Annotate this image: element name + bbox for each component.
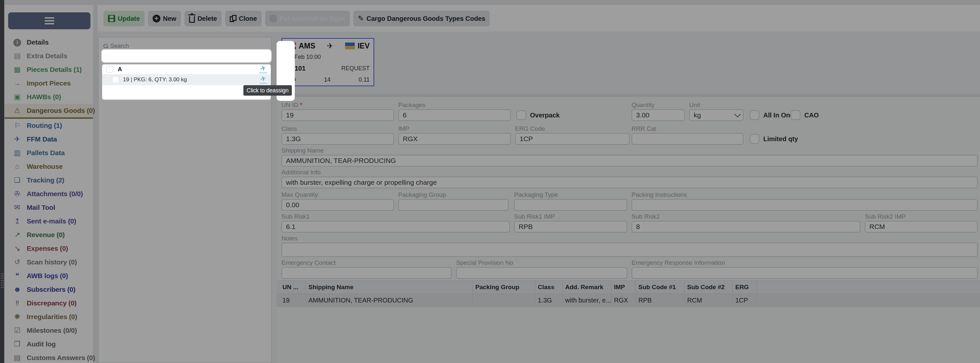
deassign-tooltip: Click to deassign (243, 85, 292, 96)
group-label: A (118, 66, 122, 73)
group-checkbox[interactable] (106, 66, 113, 73)
assign-flight-icon[interactable] (258, 65, 268, 73)
item-checkbox[interactable] (112, 76, 119, 83)
assign-search-input[interactable] (101, 49, 272, 63)
item-label: 19 | PKG: 6, QTY: 3.00 kg (123, 76, 187, 83)
assign-flight-icon[interactable] (258, 76, 268, 84)
app-window: iDetails▤Extra Details▦Pieces Details (1… (0, 0, 980, 363)
tooltip-text: Click to deassign (247, 87, 289, 94)
assign-group-row[interactable]: A (102, 64, 271, 74)
assign-item-row[interactable]: 19 | PKG: 6, QTY: 3.00 kg (102, 74, 271, 85)
